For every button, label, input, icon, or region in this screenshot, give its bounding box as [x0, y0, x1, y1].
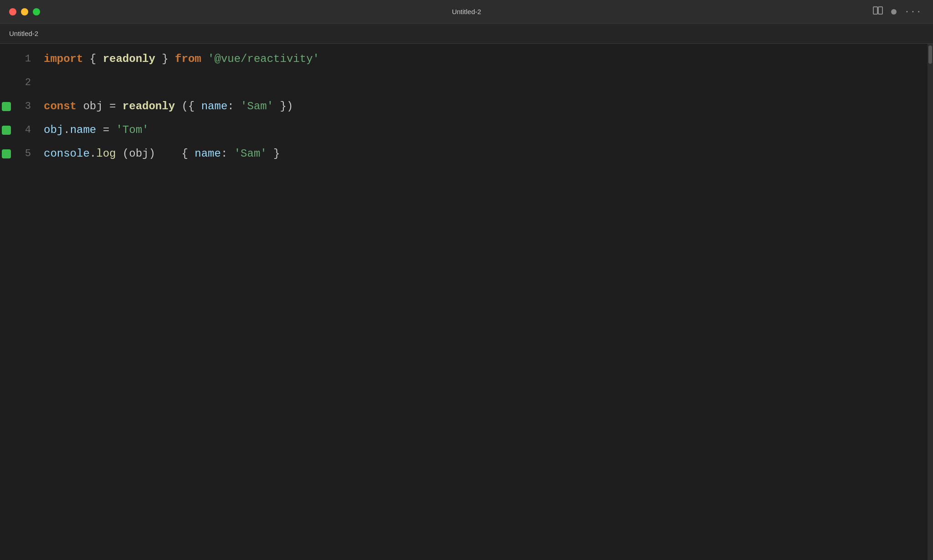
tab-bar: Untitled-2 [0, 24, 933, 44]
line-numbers: 1 2 3 4 5 [13, 44, 38, 560]
punct-dot-2: . [90, 142, 96, 166]
line-number-1: 1 [20, 47, 31, 71]
colon: : [221, 142, 234, 166]
keyword-const: const [44, 95, 77, 118]
punct-dot-1: . [63, 118, 70, 142]
traffic-lights [9, 8, 40, 15]
punct-5: }) [273, 95, 293, 118]
var-obj-2: obj [44, 118, 63, 142]
minimize-button[interactable] [21, 8, 28, 15]
line-number-2: 2 [20, 71, 31, 95]
log-args: (obj) { [116, 142, 195, 166]
svg-rect-0 [873, 7, 877, 14]
breakpoints-gutter [0, 44, 13, 560]
window-title: Untitled-2 [452, 8, 481, 15]
line-number-4: 4 [20, 118, 31, 142]
line-number-3: 3 [20, 95, 31, 118]
scrollbar[interactable] [928, 44, 933, 560]
tab-title[interactable]: Untitled-2 [9, 30, 38, 37]
editor-area: 1 2 3 4 5 import { readonly } from '@vue… [0, 44, 933, 560]
prop-name: name [70, 118, 97, 142]
breakpoint-dot-3 [2, 102, 11, 111]
punct-3: ({ [175, 95, 201, 118]
bp-line-3[interactable] [2, 95, 11, 118]
code-line-5: console.log (obj) { name: 'Sam' } [44, 142, 933, 166]
split-view-icon[interactable] [873, 6, 883, 17]
punct-2: } [155, 47, 175, 71]
space-1 [201, 47, 208, 71]
punct-1: { [83, 47, 103, 71]
code-editor[interactable]: import { readonly } from '@vue/reactivit… [38, 44, 933, 560]
punct-4: : [227, 95, 241, 118]
bp-line-1[interactable] [2, 47, 11, 71]
string-tom: 'Tom' [116, 118, 149, 142]
code-line-1: import { readonly } from '@vue/reactivit… [44, 47, 933, 71]
string-1: '@vue/reactivity' [208, 47, 319, 71]
string-sam-1: 'Sam' [241, 95, 273, 118]
scrollbar-thumb[interactable] [928, 46, 932, 64]
maximize-button[interactable] [33, 8, 40, 15]
breakpoint-dot-4 [2, 126, 11, 135]
assign: = [96, 118, 116, 142]
code-line-3: const obj = readonly ({ name: 'Sam' }) [44, 95, 933, 118]
breakpoint-dot-5 [2, 149, 11, 158]
more-options-icon[interactable]: ··· [905, 7, 922, 16]
bp-line-4[interactable] [2, 118, 11, 142]
bp-line-2[interactable] [2, 71, 11, 95]
var-obj: obj = [77, 95, 123, 118]
close-button[interactable] [9, 8, 16, 15]
key-name-2: name [195, 142, 221, 166]
status-dot-icon [891, 9, 897, 15]
code-line-2 [44, 71, 933, 95]
method-log: log [96, 142, 116, 166]
code-line-4: obj.name = 'Tom' [44, 118, 933, 142]
keyword-from: from [175, 47, 201, 71]
fn-readonly-2: readonly [123, 95, 175, 118]
close-brace: } [267, 142, 280, 166]
keyword-import: import [44, 47, 83, 71]
bp-line-5[interactable] [2, 142, 11, 166]
fn-readonly-1: readonly [103, 47, 155, 71]
fn-console: console [44, 142, 90, 166]
svg-rect-1 [878, 7, 882, 14]
line-number-5: 5 [20, 142, 31, 166]
string-sam-2: 'Sam' [234, 142, 267, 166]
titlebar-actions: ··· [873, 6, 922, 17]
key-name-1: name [201, 95, 228, 118]
titlebar: Untitled-2 ··· [0, 0, 933, 24]
